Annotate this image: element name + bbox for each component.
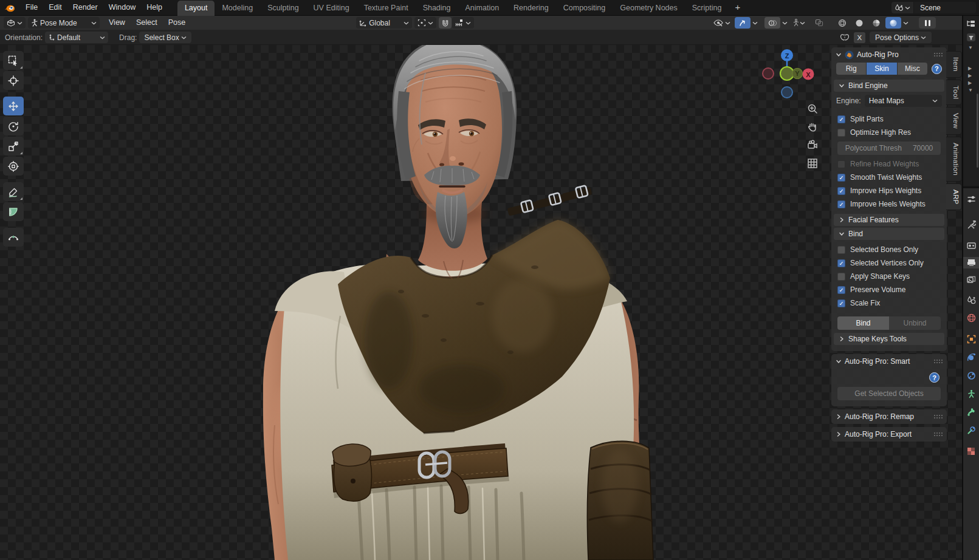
sidebar-tab-animation[interactable]: Animation	[946, 137, 962, 182]
overlays-dropdown[interactable]	[780, 17, 789, 29]
checkbox-smooth-twist-weights[interactable]: ✓	[837, 174, 845, 182]
tool-select-box[interactable]	[3, 51, 24, 70]
tool-measure[interactable]	[3, 202, 24, 221]
facial-features-section-header[interactable]: Facial Features	[834, 214, 944, 226]
menu-help[interactable]: Help	[141, 0, 168, 15]
menu-select[interactable]: Select	[131, 15, 163, 30]
checkbox-apply-shape-keys[interactable]	[837, 273, 845, 281]
remap-panel-header[interactable]: Auto-Rig Pro: Remap	[831, 409, 947, 424]
menu-edit[interactable]: Edit	[43, 0, 67, 15]
properties-tab-texture[interactable]	[963, 445, 979, 457]
properties-tab-render[interactable]	[963, 240, 979, 251]
checkbox-selected-vertices-only[interactable]: ✓	[837, 259, 845, 267]
engine-dropdown[interactable]: Heat Maps	[865, 95, 942, 107]
properties-tab-bone-constraint[interactable]	[963, 424, 979, 437]
workspace-tab-layout[interactable]: Layout	[177, 1, 215, 16]
checkbox-selected-bones-only[interactable]	[837, 246, 845, 254]
properties-tab-tool[interactable]	[963, 219, 979, 231]
smart-panel-header[interactable]: Auto-Rig Pro: Smart	[831, 354, 947, 369]
sidebar-tab-arp[interactable]: ARP	[946, 183, 962, 211]
scene-browse-button[interactable]	[891, 2, 913, 13]
outliner-expand-arrow[interactable]: ▶	[968, 80, 972, 86]
properties-tab-scene[interactable]	[963, 294, 979, 306]
zoom-button[interactable]	[806, 102, 819, 115]
panel-drag-handle-icon[interactable]	[933, 414, 943, 419]
workspace-tab-scripting[interactable]: Scripting	[685, 1, 729, 16]
workspace-tab-uv-editing[interactable]: UV Editing	[306, 1, 357, 16]
panel-drag-handle-icon[interactable]	[933, 52, 943, 57]
toggle-grid-button[interactable]	[806, 157, 819, 170]
sidebar-tab-tool[interactable]: Tool	[946, 80, 962, 105]
tool-move[interactable]	[3, 97, 24, 115]
properties-tab-object[interactable]	[963, 333, 979, 346]
pause-button[interactable]	[919, 17, 936, 29]
workspace-tab-sculpting[interactable]: Sculpting	[260, 1, 306, 16]
show-gizmo-toggle[interactable]	[735, 17, 751, 29]
editor-type-button[interactable]	[4, 17, 26, 29]
workspace-tab-compositing[interactable]: Compositing	[556, 1, 613, 16]
outliner-sliver[interactable]: ▼ ▶ ▶ ▶ ▼	[963, 16, 979, 186]
checkbox-optimize-high-res[interactable]	[837, 129, 845, 137]
gizmo-axis-neg-y[interactable]	[780, 67, 794, 80]
panel-drag-handle-icon[interactable]	[933, 359, 943, 364]
properties-tab-object-data[interactable]	[963, 388, 979, 400]
field-polycount-thresh[interactable]: Polycount Thresh70000	[837, 142, 941, 155]
shape-keys-tools-section-header[interactable]: Shape Keys Tools	[834, 333, 944, 345]
shading-dropdown[interactable]	[901, 17, 910, 29]
shading-rendered-button[interactable]	[885, 17, 901, 29]
properties-tab-view-layer[interactable]	[963, 274, 979, 285]
sidebar-tab-item[interactable]: Item	[946, 51, 962, 78]
show-overlays-toggle[interactable]	[764, 17, 780, 29]
workspace-tab-rendering[interactable]: Rendering	[506, 1, 556, 16]
checkbox-improve-hips-weights[interactable]: ✓	[837, 187, 845, 195]
help-button[interactable]: ?	[929, 372, 939, 383]
drag-mode-dropdown[interactable]: Select Box	[139, 32, 191, 43]
navigation-gizmo[interactable]: Y Z X	[760, 47, 818, 106]
help-button[interactable]: ?	[932, 64, 942, 74]
properties-tab-output[interactable]	[963, 257, 979, 268]
editor-divider[interactable]	[962, 16, 963, 560]
properties-tab-bone[interactable]	[963, 406, 979, 418]
mode-dropdown[interactable]: Pose Mode	[28, 17, 100, 29]
bind-button[interactable]: Bind	[837, 316, 889, 330]
checkbox-refine-head-weights[interactable]	[837, 160, 845, 168]
checkbox-scale-fix[interactable]: ✓	[837, 299, 845, 307]
shading-wireframe-button[interactable]	[834, 17, 850, 29]
outliner-collapse-arrow[interactable]: ▼	[968, 87, 973, 93]
armature-display-toggle[interactable]	[791, 17, 806, 29]
checkbox-split-parts[interactable]: ✓	[837, 115, 845, 123]
tool-transform[interactable]	[3, 157, 24, 176]
gizmo-axis-pos-z[interactable]: Z	[781, 49, 793, 61]
export-panel-header[interactable]: Auto-Rig Pro: Export	[831, 427, 947, 442]
outliner-editor-icon[interactable]	[966, 19, 976, 28]
snap-toggle[interactable]	[439, 17, 452, 29]
shading-solid-button[interactable]	[851, 17, 867, 29]
get-selected-objects-button[interactable]: Get Selected Objects	[837, 387, 941, 400]
add-workspace-button[interactable]: +	[729, 2, 746, 13]
outliner-filter-icon[interactable]	[966, 33, 976, 42]
scene-name-field[interactable]: Scene	[914, 2, 976, 13]
properties-editor-icon[interactable]	[963, 193, 979, 205]
menu-file[interactable]: File	[20, 0, 43, 15]
tab-skin[interactable]: Skin	[867, 63, 896, 75]
workspace-tab-modeling[interactable]: Modeling	[215, 1, 260, 16]
properties-tab-physics[interactable]	[963, 351, 979, 364]
xray-toggle[interactable]	[811, 17, 827, 29]
transform-orientation-dropdown[interactable]: Global	[356, 17, 412, 29]
gizmo-axis-neg-x[interactable]	[763, 68, 774, 79]
pose-options-dropdown[interactable]: Pose Options	[870, 32, 932, 43]
character-model[interactable]	[231, 45, 656, 560]
outliner-collapse-arrow[interactable]: ▼	[968, 45, 973, 50]
checkbox-improve-heels-weights[interactable]: ✓	[837, 200, 845, 208]
gizmo-dropdown[interactable]	[751, 17, 760, 29]
shading-material-button[interactable]	[868, 17, 884, 29]
mirror-x-toggle[interactable]: X	[854, 32, 865, 43]
tool-pose-breakdowner[interactable]	[3, 228, 24, 247]
tab-rig[interactable]: Rig	[836, 63, 866, 75]
camera-view-button[interactable]	[806, 138, 819, 152]
properties-tab-world[interactable]	[963, 312, 979, 324]
tool-cursor[interactable]	[3, 71, 24, 90]
tool-scale[interactable]	[3, 137, 24, 155]
checkbox-preserve-volume[interactable]: ✓	[837, 286, 845, 294]
workspace-tab-geometry-nodes[interactable]: Geometry Nodes	[613, 1, 684, 16]
